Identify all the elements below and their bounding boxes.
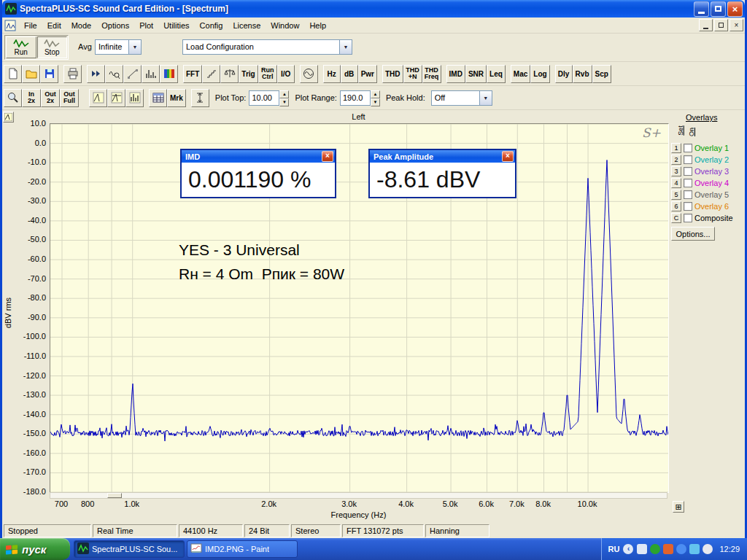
io-device-button[interactable]: I/O	[277, 65, 295, 83]
overlay-on-checkbox-5[interactable]	[684, 190, 692, 199]
menu-edit[interactable]: Edit	[42, 19, 66, 32]
thd-button[interactable]: THD	[382, 65, 403, 83]
imd-close-icon[interactable]: ×	[322, 151, 333, 162]
bars-view-button[interactable]	[125, 89, 144, 107]
spin-down-icon[interactable]: ▼	[279, 98, 289, 106]
overlay-set-button-4[interactable]: 4	[671, 178, 681, 188]
macro-button[interactable]: Mac	[511, 65, 530, 83]
update-icon[interactable]	[689, 544, 700, 554]
zoom-in-button[interactable]: In2x	[22, 89, 41, 107]
load-configuration-select[interactable]: Load Configuration ▼	[182, 39, 352, 55]
thd-plus-n-button[interactable]: THD+N	[403, 65, 422, 83]
titlebar[interactable]: SpectraPLUS-SC Sound Card Edition - [Spe…	[2, 0, 745, 18]
language-indicator[interactable]: RU	[608, 545, 620, 553]
overlay-on-checkbox-2[interactable]	[684, 155, 692, 164]
calibration-button[interactable]	[220, 65, 239, 83]
menu-options[interactable]: Options	[96, 19, 134, 32]
overlay-set-button-5[interactable]: 5	[671, 190, 681, 200]
document-icon[interactable]	[4, 20, 16, 31]
overlay-set-button-1[interactable]: 1	[671, 143, 681, 153]
network-icon[interactable]	[676, 544, 686, 554]
volume-icon[interactable]	[637, 544, 647, 554]
menu-plot[interactable]: Plot	[134, 19, 158, 32]
plot-pan-scrollbar[interactable]	[50, 492, 667, 499]
print-button[interactable]	[63, 65, 82, 83]
imd-window[interactable]: IMD × 0.001190 %	[180, 149, 336, 198]
axis-range-button[interactable]	[191, 89, 209, 107]
overlay-on-checkbox-1[interactable]	[684, 144, 692, 152]
taskbar-task-1[interactable]: IMD2.PNG - Paint	[187, 540, 298, 558]
menu-mode[interactable]: Mode	[66, 19, 97, 32]
zoom-out-full-button[interactable]: OutFull	[60, 89, 79, 107]
mdi-restore-button[interactable]	[714, 19, 728, 31]
spectrogram-button[interactable]	[160, 65, 178, 83]
fast-forward-button[interactable]	[87, 65, 105, 83]
snr-button[interactable]: SNR	[465, 65, 487, 83]
overlay-on-checkbox-6[interactable]	[684, 202, 692, 211]
thd-freq-button[interactable]: THDFreq	[422, 65, 441, 83]
restore-button[interactable]	[711, 1, 726, 17]
spin-up-icon[interactable]: ▲	[371, 90, 380, 98]
dropdown-icon[interactable]: ▼	[479, 91, 492, 105]
menu-license[interactable]: License	[228, 19, 266, 32]
spin-down-icon[interactable]: ▼	[371, 98, 380, 106]
scrollbar-thumb[interactable]	[107, 493, 122, 498]
peak-line-view-button[interactable]	[107, 89, 125, 107]
overlay-set-button-C[interactable]: C	[671, 213, 681, 223]
grid-toggle-button[interactable]: ⊞	[673, 501, 684, 513]
overlay-on-checkbox-C[interactable]	[684, 214, 692, 222]
markers-button[interactable]: Mrk	[167, 89, 186, 107]
delay-button[interactable]: Dly	[555, 65, 573, 83]
peak-hold-view-button[interactable]	[89, 89, 107, 107]
overlay-set-button-2[interactable]: 2	[671, 155, 681, 165]
menu-window[interactable]: Window	[266, 19, 304, 32]
units-db-button[interactable]: dB	[341, 65, 358, 83]
overlay-on-checkbox-4[interactable]	[684, 179, 692, 187]
run-button[interactable]: Run	[6, 36, 36, 58]
scaling-button[interactable]	[202, 65, 220, 83]
scope-button[interactable]: Scp	[592, 65, 611, 83]
menu-utilities[interactable]: Utilities	[158, 19, 194, 32]
logging-button[interactable]: Log	[530, 65, 549, 83]
peak-amplitude-window[interactable]: Peak Amplitude × -8.61 dBV	[368, 149, 516, 198]
marker-table-button[interactable]	[149, 89, 167, 107]
leq-button[interactable]: Leq	[487, 65, 506, 83]
spectrum-plot-button[interactable]	[142, 65, 160, 83]
dropdown-icon[interactable]: ▼	[128, 40, 141, 54]
spin-up-icon[interactable]: ▲	[279, 90, 289, 98]
menu-file[interactable]: File	[19, 19, 42, 32]
trigger-button[interactable]: Trig	[239, 65, 258, 83]
mdi-minimize-button[interactable]	[699, 19, 713, 31]
menu-help[interactable]: Help	[304, 19, 331, 32]
new-file-button[interactable]	[4, 65, 22, 83]
start-button[interactable]: пуск	[0, 538, 70, 560]
alert-icon[interactable]	[663, 544, 673, 554]
spectrum-plot[interactable]: S+	[50, 123, 669, 493]
plot-range-input[interactable]	[340, 90, 371, 106]
imd-button[interactable]: IMD	[446, 65, 465, 83]
units-hz-button[interactable]: Hz	[323, 65, 341, 83]
hide-icons-icon[interactable]: ‹	[623, 544, 633, 554]
phase-plot-button[interactable]	[123, 65, 142, 83]
peak-close-icon[interactable]: ×	[502, 151, 514, 162]
plot-top-input[interactable]	[249, 90, 279, 106]
open-file-button[interactable]	[22, 65, 40, 83]
mdi-close-button[interactable]: ×	[729, 19, 743, 31]
overlay-set-button-6[interactable]: 6	[671, 201, 681, 211]
zoom-out-button[interactable]: Out2x	[41, 89, 60, 107]
taskbar-task-0[interactable]: SpectraPLUS-SC Sou...	[74, 540, 185, 558]
fft-settings-button[interactable]: FFT	[183, 65, 202, 83]
time-series-button[interactable]	[105, 65, 123, 83]
averaging-select[interactable]: Infinite ▼	[95, 39, 142, 55]
signal-generator-button[interactable]	[300, 65, 318, 83]
shield-icon[interactable]	[650, 544, 660, 554]
stop-button[interactable]: Stop	[37, 36, 68, 58]
zoom-button[interactable]	[4, 89, 22, 107]
overlay-on-checkbox-3[interactable]	[684, 167, 692, 176]
clock-icon[interactable]	[703, 544, 713, 554]
imd-window-titlebar[interactable]: IMD ×	[182, 150, 335, 163]
power-button[interactable]: Pwr	[358, 65, 377, 83]
options-button[interactable]: Options...	[671, 227, 715, 241]
save-button[interactable]	[40, 65, 58, 83]
overlay-set-button-3[interactable]: 3	[671, 166, 681, 176]
